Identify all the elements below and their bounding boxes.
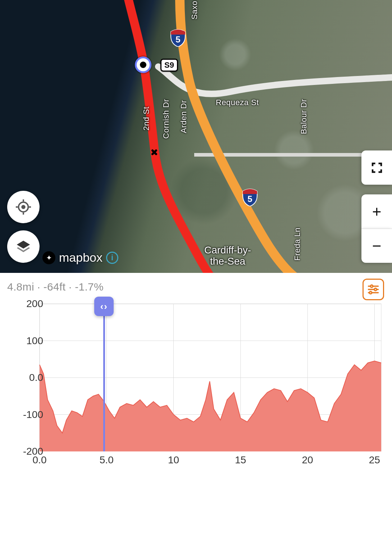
current-position-marker xyxy=(135,57,151,73)
map-geometry xyxy=(0,0,392,273)
y-tick-label: 100 xyxy=(11,335,43,347)
y-tick-label: -100 xyxy=(11,409,43,420)
elevation-readout: 4.8mi · -64ft · -1.7% xyxy=(7,281,385,293)
chart-area xyxy=(7,297,385,451)
x-tick-label: 0.0 xyxy=(33,454,47,466)
x-tick-label: 5.0 xyxy=(100,454,114,466)
fullscreen-button[interactable] xyxy=(361,150,392,185)
svg-text:5: 5 xyxy=(176,35,180,44)
svg-point-13 xyxy=(369,292,372,294)
chart-scrubber[interactable]: ‹› xyxy=(103,304,105,451)
interstate-shield: 5 xyxy=(241,188,259,206)
street-label: Requeza St xyxy=(216,98,259,107)
readout-distance: 4.8mi xyxy=(7,281,34,293)
interstate-shield: 5 xyxy=(169,29,187,47)
x-tick-label: 15 xyxy=(235,454,246,466)
street-label: Balour Dr xyxy=(299,99,309,134)
mapbox-logo-icon: ✦ xyxy=(42,251,55,264)
x-tick-label: 25 xyxy=(369,454,380,466)
street-label: Freda Ln xyxy=(293,228,302,261)
zoom-out-button[interactable]: − xyxy=(361,229,392,263)
readout-elevation: -64ft xyxy=(44,281,66,293)
map-attribution[interactable]: ✦ mapbox i xyxy=(42,251,118,265)
street-label: 2nd St xyxy=(142,107,151,131)
svg-point-11 xyxy=(374,288,377,291)
scrubber-handle-icon[interactable]: ‹› xyxy=(94,297,114,316)
y-tick-label: 200 xyxy=(11,298,43,310)
attribution-info-icon[interactable]: i xyxy=(106,252,118,264)
elevation-chart[interactable]: 2001000.0-100-2000.05.010152025‹› xyxy=(7,297,385,451)
svg-point-9 xyxy=(370,285,373,288)
svg-point-3 xyxy=(22,206,25,208)
readout-grade: -1.7% xyxy=(75,281,104,293)
layers-button[interactable] xyxy=(7,230,40,263)
svg-text:5: 5 xyxy=(247,194,252,204)
street-label: Saxo xyxy=(190,1,199,19)
x-tick-label: 10 xyxy=(168,454,179,466)
zoom-in-button[interactable]: + xyxy=(361,194,392,229)
state-route-badge: S9 xyxy=(160,59,178,72)
street-label: Cornish Dr xyxy=(161,99,171,139)
map-provider-label: mapbox xyxy=(59,251,102,265)
locate-button[interactable] xyxy=(7,191,40,223)
x-tick-label: 20 xyxy=(302,454,313,466)
elevation-panel: 4.8mi · -64ft · -1.7% 2001000.0-100-2000… xyxy=(0,273,392,540)
street-label: Arden Dr xyxy=(179,100,188,133)
map-view[interactable]: 5 5 S9 Saxo 2nd St Cornish Dr Arden Dr R… xyxy=(0,0,392,273)
y-tick-label: 0.0 xyxy=(11,372,43,383)
place-label: Cardiff-by-the-Sea xyxy=(204,245,251,267)
